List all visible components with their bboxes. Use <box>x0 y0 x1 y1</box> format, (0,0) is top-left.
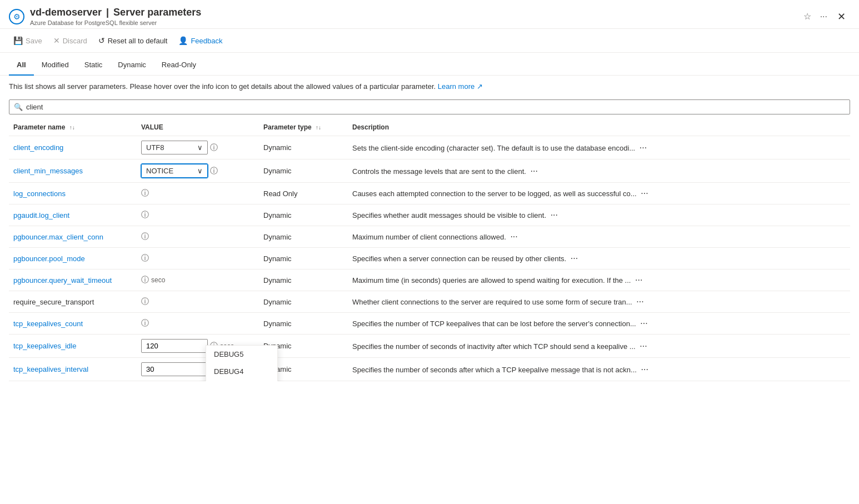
param-type-cell: Dynamic <box>259 313 348 335</box>
param-value-cell: ⓘ <box>137 248 259 270</box>
dropdown-value: NOTICE <box>146 167 173 175</box>
param-value-cell: ⓘseco <box>137 270 259 291</box>
param-name-link[interactable]: tcp_keepalives_idle <box>13 342 76 350</box>
chevron-down-icon: ∨ <box>197 143 203 152</box>
param-name-link[interactable]: client_encoding <box>13 143 63 152</box>
tab-dynamic[interactable]: Dynamic <box>110 55 154 76</box>
param-name-cell: pgbouncer.query_wait_timeout <box>9 270 137 291</box>
more-button[interactable]: ··· <box>508 231 520 243</box>
param-name-link[interactable]: tcp_keepalives_count <box>13 320 83 328</box>
param-type-cell: Dynamic <box>259 159 348 183</box>
dropdown-item-debug5[interactable]: DEBUG5 <box>206 346 277 363</box>
search-icon: 🔍 <box>14 103 23 111</box>
feedback-label: Feedback <box>191 37 222 45</box>
param-name-link[interactable]: pgaudit.log_client <box>13 211 69 219</box>
param-desc-cell: Specifies whether audit messages should … <box>348 204 850 226</box>
param-desc-text: Specifies whether audit messages should … <box>352 211 546 219</box>
param-name-link[interactable]: pgbouncer.pool_mode <box>13 255 85 263</box>
more-button[interactable]: ··· <box>637 340 649 352</box>
save-label: Save <box>26 37 42 45</box>
discard-button[interactable]: ✕ Discard <box>49 33 92 48</box>
title-main: vd-demoserver | Server parameters <box>30 7 800 18</box>
more-button[interactable]: ··· <box>633 274 645 286</box>
more-button[interactable]: ··· <box>568 252 580 265</box>
feedback-button[interactable]: 👤 Feedback <box>174 33 227 48</box>
reset-button[interactable]: ↺ Reset all to default <box>94 33 172 48</box>
search-input[interactable] <box>26 103 845 111</box>
star-button[interactable]: ☆ <box>800 9 815 24</box>
page-title: Server parameters <box>113 7 201 18</box>
more-button[interactable]: ··· <box>634 296 646 308</box>
info-bar: This list shows all server parameters. P… <box>0 76 859 97</box>
param-name-cell: pgaudit.log_client <box>9 204 137 226</box>
reset-label: Reset all to default <box>108 37 168 45</box>
col-header-type[interactable]: Parameter type ↑↓ <box>259 119 348 136</box>
param-desc-text: Causes each attempted connection to the … <box>352 189 637 198</box>
param-desc-cell: Specifies the number of seconds of inact… <box>348 335 850 358</box>
more-button[interactable]: ··· <box>528 165 540 177</box>
close-button[interactable]: ✕ <box>833 8 850 25</box>
value-cell: ⓘ <box>141 318 254 328</box>
tab-all[interactable]: All <box>9 55 34 76</box>
param-name-link[interactable]: client_min_messages <box>13 167 83 175</box>
save-button[interactable]: 💾 Save <box>9 33 47 48</box>
param-name-link[interactable]: log_connections <box>13 189 66 198</box>
info-icon: ⓘ <box>141 275 149 285</box>
value-input[interactable] <box>141 362 208 376</box>
tab-readonly[interactable]: Read-Only <box>154 55 204 76</box>
value-cell: NOTICE ∨ ⓘ <box>141 164 254 178</box>
more-button[interactable]: ··· <box>548 209 560 221</box>
col-name-label: Parameter name <box>13 123 65 131</box>
param-name-link[interactable]: pgbouncer.max_client_conn <box>13 233 103 241</box>
info-icon: ⓘ <box>141 253 149 263</box>
tab-static[interactable]: Static <box>77 55 111 76</box>
info-icon: ⓘ <box>210 166 218 176</box>
param-name-cell: tcp_keepalives_interval <box>9 358 137 381</box>
param-type-cell: Dynamic <box>259 291 348 313</box>
more-button[interactable]: ··· <box>638 187 650 199</box>
param-desc-text: Whether client connections to the server… <box>352 298 632 306</box>
param-type-cell: Dynamic <box>259 226 348 248</box>
param-desc-text: Controls the message levels that are sen… <box>352 167 526 176</box>
param-desc-cell: Controls the message levels that are sen… <box>348 159 850 183</box>
info-icon: ⓘ <box>141 188 149 198</box>
value-cell: ⓘ <box>141 232 254 242</box>
server-name: vd-demoserver <box>30 7 102 18</box>
param-desc-cell: Whether client connections to the server… <box>348 291 850 313</box>
info-icon: ⓘ <box>141 318 149 328</box>
more-button[interactable]: ··· <box>638 363 650 376</box>
param-name-cell: require_secure_transport <box>9 291 137 313</box>
more-button[interactable]: ··· <box>638 317 650 330</box>
table-row: pgbouncer.pool_modeⓘDynamicSpecifies whe… <box>9 248 850 270</box>
param-value-cell: ⓘ <box>137 183 259 204</box>
param-type-cell: Dynamic <box>259 248 348 270</box>
tab-modified[interactable]: Modified <box>34 55 77 76</box>
gear-icon: ⚙ <box>9 9 24 24</box>
value-input[interactable] <box>141 339 208 353</box>
col-header-value: VALUE <box>137 119 259 136</box>
more-options-button[interactable]: ··· <box>817 9 831 24</box>
param-name-link[interactable]: tcp_keepalives_interval <box>13 365 88 373</box>
dropdown-item-debug3[interactable]: DEBUG3 <box>206 380 277 381</box>
info-icon: ⓘ <box>210 143 218 153</box>
title-bar: ⚙ vd-demoserver | Server parameters Azur… <box>0 0 859 29</box>
param-name-link[interactable]: pgbouncer.query_wait_timeout <box>13 276 112 285</box>
param-desc-cell: Causes each attempted connection to the … <box>348 183 850 204</box>
param-desc-cell: Specifies when a server connection can b… <box>348 248 850 270</box>
save-icon: 💾 <box>13 36 23 45</box>
dropdown-menu: DEBUG5 DEBUG4 DEBUG3 DEBUG2 DEBUG1 LOG N… <box>206 345 278 381</box>
value-cell: ⓘ <box>141 253 254 263</box>
col-header-desc: Description <box>348 119 850 136</box>
col-header-name[interactable]: Parameter name ↑↓ <box>9 119 137 136</box>
dropdown-select[interactable]: UTF8 ∨ <box>141 141 208 154</box>
learn-more-link[interactable]: Learn more ↗ <box>438 82 483 91</box>
table-row: tcp_keepalives_idleⓘsecoDynamicSpecifies… <box>9 335 850 358</box>
dropdown-select[interactable]: NOTICE ∨ <box>141 164 208 178</box>
table-row: pgbouncer.query_wait_timeoutⓘsecoDynamic… <box>9 270 850 291</box>
more-button[interactable]: ··· <box>637 142 649 154</box>
param-type-cell: Read Only <box>259 183 348 204</box>
toolbar: 💾 Save ✕ Discard ↺ Reset all to default … <box>0 29 859 53</box>
dropdown-item-debug4[interactable]: DEBUG4 <box>206 363 277 380</box>
col-value-label: VALUE <box>141 123 163 131</box>
info-icon: ⓘ <box>141 297 149 307</box>
